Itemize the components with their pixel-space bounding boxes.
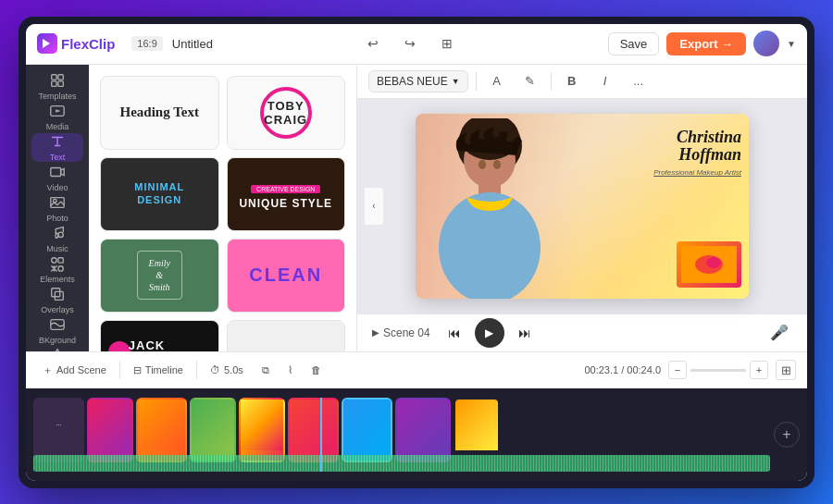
clip-7-inner xyxy=(343,400,391,450)
template-toby[interactable]: TOBY CRAIG xyxy=(227,76,346,150)
emily-text: Emily&Smith xyxy=(149,257,170,293)
timeline-clip-3[interactable] xyxy=(136,398,187,462)
copy-button[interactable]: ⧉ xyxy=(256,361,275,380)
timeline-clip-6[interactable] xyxy=(288,398,339,462)
timeline-clip-2[interactable] xyxy=(87,398,133,462)
timeline-clip-1[interactable]: ··· xyxy=(33,398,84,462)
bold-icon: B xyxy=(567,74,576,88)
clip-6-inner xyxy=(290,400,337,450)
sidebar-item-media[interactable]: Media xyxy=(31,103,83,131)
text-color-button[interactable]: A xyxy=(484,68,510,94)
account-chevron[interactable]: ▼ xyxy=(787,39,796,49)
add-clip-button[interactable]: + xyxy=(774,422,800,448)
sidebar-label-templates: Templates xyxy=(38,92,76,101)
top-bar-right: Save Export → ▼ xyxy=(608,31,796,56)
timeline-clip-7[interactable] xyxy=(342,398,392,462)
zoom-out-button[interactable]: − xyxy=(668,361,687,379)
sidebar-item-video[interactable]: Video xyxy=(31,164,83,192)
template-minimal[interactable]: MINIMALDESIGN xyxy=(100,157,219,231)
clip-4-inner xyxy=(192,400,234,450)
chevron-down-icon: ▼ xyxy=(452,77,460,86)
canvas-arrow-left[interactable]: ‹ xyxy=(365,188,383,225)
audio-track xyxy=(33,455,770,472)
undo-button[interactable]: ↩ xyxy=(360,31,386,56)
slide-name-line1: Christina xyxy=(653,129,741,147)
highlight-button[interactable]: ✎ xyxy=(517,68,543,94)
more-icon: ... xyxy=(633,74,643,88)
sidebar-item-text[interactable]: Text xyxy=(31,133,83,162)
timeline-clip-8[interactable] xyxy=(395,398,451,462)
ratio-badge: 16:9 xyxy=(131,36,162,51)
sidebar-label-video: Video xyxy=(47,183,68,192)
svg-point-21 xyxy=(493,160,501,169)
text-color-icon: A xyxy=(492,74,501,88)
font-selector[interactable]: BEBAS NEUE ▼ xyxy=(368,70,468,92)
template-emily[interactable]: Emily&Smith xyxy=(100,239,219,313)
unique-inner: CREATIVE DESIGN UNIQUE STYLE xyxy=(239,178,332,210)
sidebar-label-elements: Elements xyxy=(40,275,75,284)
jack-name: JACK SMITH xyxy=(129,338,211,351)
logo-text: FlexClip xyxy=(61,36,115,52)
sidebar-label-text: Text xyxy=(50,153,66,162)
play-controls: ⏮ ▶ ⏭ xyxy=(441,318,538,348)
template-clean[interactable]: CLEAN xyxy=(227,239,346,313)
bold-button[interactable]: B xyxy=(559,68,585,94)
template-heading[interactable]: Heading Text xyxy=(100,76,219,150)
svg-rect-3 xyxy=(58,80,63,85)
sidebar-item-photo[interactable]: Photo xyxy=(31,194,83,223)
duration-button[interactable]: ⏱ 5.0s xyxy=(205,361,249,379)
split-button[interactable]: ⌇ xyxy=(282,361,298,380)
timeline-label: Timeline xyxy=(145,364,183,375)
timeline-button[interactable]: ⊟ Timeline xyxy=(128,361,189,380)
play-pause-button[interactable]: ▶ xyxy=(475,318,504,348)
sidebar-item-music[interactable]: Music xyxy=(31,225,83,253)
top-bar-center: ↩ ↪ ⊞ xyxy=(360,31,460,56)
skip-forward-button[interactable]: ⏭ xyxy=(512,320,538,346)
app-window: FlexClip 16:9 Untitled ↩ ↪ ⊞ Save Export… xyxy=(26,24,807,481)
bottom-bar: ＋ Add Scene ⊟ Timeline ⏱ 5.0s ⧉ ⌇ 🗑 00:2… xyxy=(26,351,807,388)
skip-back-button[interactable]: ⏮ xyxy=(441,320,467,346)
slide-subtitle-text: Professional Makeup Artist xyxy=(653,168,741,177)
more-options-button[interactable]: ... xyxy=(626,68,652,94)
sidebar-item-templates[interactable]: Templates xyxy=(31,72,83,101)
timeline-icon: ⊟ xyxy=(133,364,142,376)
svg-rect-13 xyxy=(55,291,63,300)
sidebar: Templates Media Text xyxy=(26,65,89,351)
zoom-in-button[interactable]: + xyxy=(750,361,768,379)
more-dots: ••• xyxy=(273,346,298,351)
add-scene-button[interactable]: ＋ Add Scene xyxy=(37,360,112,381)
mic-button[interactable]: 🎤 xyxy=(766,320,792,346)
sidebar-item-overlays[interactable]: Overlays xyxy=(31,286,83,314)
makeup-svg xyxy=(681,246,737,283)
avatar[interactable] xyxy=(753,31,779,56)
italic-icon: I xyxy=(603,74,607,88)
delete-button[interactable]: 🗑 xyxy=(305,361,327,379)
clip-1-text: ··· xyxy=(55,420,64,430)
template-jack[interactable]: JACK SMITH SOUND DESIGNER xyxy=(100,320,219,351)
sidebar-item-elements[interactable]: Elements xyxy=(31,255,83,284)
template-unique[interactable]: CREATIVE DESIGN UNIQUE STYLE xyxy=(227,157,346,231)
timeline-clip-9[interactable] xyxy=(454,398,500,462)
template-clean-label: CLEAN xyxy=(249,264,322,286)
fit-button[interactable]: ⊞ xyxy=(776,360,796,380)
canvas-slide[interactable]: Christina Hoffman Professional Makeup Ar… xyxy=(416,114,749,299)
clip-9-inner xyxy=(455,400,498,450)
timeline-clip-5[interactable] xyxy=(239,398,285,462)
time-display: 00:23.1 / 00:24.0 xyxy=(584,364,661,375)
template-more[interactable]: ••• xyxy=(227,320,346,351)
sidebar-label-bkground: BKground xyxy=(39,336,76,345)
sidebar-item-bkground[interactable]: BKground xyxy=(31,316,83,345)
template-minimal-label: MINIMALDESIGN xyxy=(134,181,184,205)
emily-inner: Emily&Smith xyxy=(137,251,182,300)
clip-3-inner xyxy=(138,400,185,450)
export-button[interactable]: Export → xyxy=(666,32,746,55)
time-total: 00:24.0 xyxy=(627,364,661,375)
fullscreen-button[interactable]: ⊞ xyxy=(434,31,460,56)
duration-value: 5.0s xyxy=(224,364,243,375)
save-button[interactable]: Save xyxy=(608,32,660,55)
italic-button[interactable]: I xyxy=(592,68,618,94)
scene-name: Scene 04 xyxy=(383,326,430,339)
redo-button[interactable]: ↪ xyxy=(397,31,423,56)
zoom-slider[interactable] xyxy=(690,369,746,372)
timeline-clip-4[interactable] xyxy=(190,398,236,462)
